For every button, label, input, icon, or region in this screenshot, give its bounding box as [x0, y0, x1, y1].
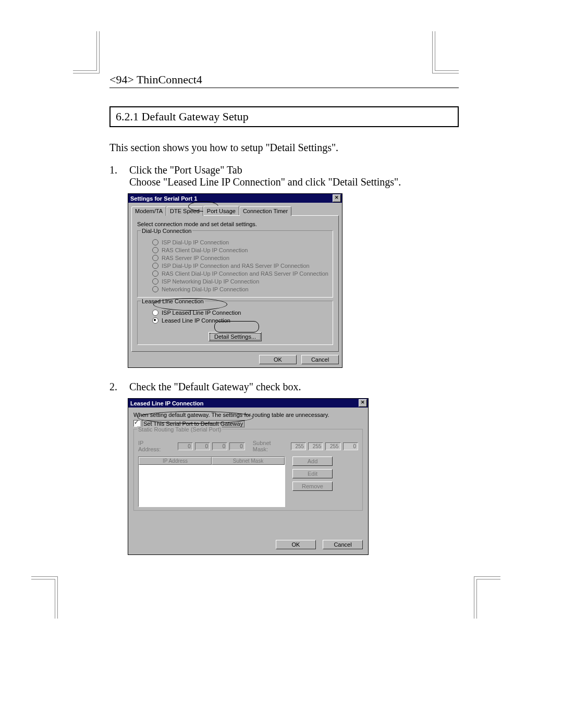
radio-icon[interactable]	[152, 286, 158, 292]
step-2-line1: Check the "Default Gateway" check box.	[129, 381, 459, 393]
radio-icon[interactable]	[152, 317, 158, 324]
radio-isp-dialup: ISP Dial-Up IP Connection	[162, 239, 229, 245]
detail-settings-button[interactable]: Detail Settings...	[209, 332, 262, 341]
tab-connection-timer[interactable]: Connection Timer	[239, 206, 291, 216]
page-header: <94> ThinConnect4	[109, 73, 459, 88]
radio-leased-line: Leased Line IP Connection	[162, 317, 230, 324]
routing-group-title: Static Routing Table (Serial Port)	[137, 426, 222, 433]
radio-icon[interactable]	[152, 247, 158, 253]
radio-networking: Networking Dial-Up IP Connection	[162, 286, 249, 292]
col-ip-address: IP Address	[139, 457, 212, 465]
ip-octet-4[interactable]: 0	[229, 442, 244, 450]
ip-address-label: IP Address:	[138, 440, 164, 452]
intro-text: This section shows you how to setup "Det…	[109, 142, 459, 154]
dialog1-title: Settings for Serial Port 1	[130, 195, 197, 202]
checkbox-label: Set This Serial Port to Default Gateway	[142, 421, 244, 427]
add-button[interactable]: Add	[292, 456, 333, 466]
radio-icon[interactable]	[152, 270, 158, 277]
ok-button[interactable]: OK	[276, 540, 316, 549]
dialog1-instruction: Select connection mode and set detail se…	[137, 221, 333, 227]
ip-octet-1[interactable]: 0	[178, 442, 193, 450]
tab-modem-ta[interactable]: Modem/TA	[131, 206, 166, 216]
radio-isp-networking: ISP Networking Dial-Up IP Connection	[162, 278, 259, 285]
step-2-number: 2.	[109, 381, 129, 393]
radio-icon[interactable]	[152, 310, 158, 316]
tab-dte-speed[interactable]: DTE Speed	[166, 206, 203, 216]
tab-port-usage[interactable]: Port Usage	[203, 206, 239, 215]
radio-icon[interactable]	[152, 263, 158, 269]
cancel-button[interactable]: Cancel	[301, 355, 339, 364]
radio-ras-server: RAS Server IP Connection	[162, 255, 229, 261]
radio-icon[interactable]	[152, 278, 158, 285]
step-1-line1: Click the "Port Usage" Tab	[129, 164, 459, 176]
leased-line-dialog: Leased Line IP Connection ✕ When setting…	[128, 398, 369, 555]
group-dialup-title: Dial-Up Connection	[141, 228, 192, 234]
dialog2-title: Leased Line IP Connection	[130, 400, 203, 406]
col-subnet-mask: Subnet Mask	[212, 457, 285, 465]
edit-button[interactable]: Edit	[292, 469, 333, 478]
mask-octet-1[interactable]: 255	[291, 442, 306, 450]
radio-isp-leased: ISP Leased Line IP Connection	[162, 310, 241, 316]
ok-button[interactable]: OK	[259, 355, 297, 364]
close-icon[interactable]: ✕	[333, 194, 341, 202]
settings-dialog: Settings for Serial Port 1 ✕ Modem/TA DT…	[128, 193, 342, 368]
group-leased-title: Leased Line Connection	[141, 298, 205, 304]
step-1-line2: Choose "Leased Line IP Connection" and c…	[129, 176, 459, 188]
ip-octet-3[interactable]: 0	[212, 442, 227, 450]
mask-octet-3[interactable]: 255	[325, 442, 340, 450]
subnet-mask-label: Subnet Mask:	[253, 440, 284, 452]
radio-ras-client-server: RAS Client Dial-Up IP Connection and RAS…	[162, 270, 328, 277]
cancel-button[interactable]: Cancel	[323, 540, 363, 549]
ip-octet-2[interactable]: 0	[195, 442, 210, 450]
radio-ras-client: RAS Client Dial-Up IP Connection	[162, 247, 248, 253]
radio-icon[interactable]	[152, 255, 158, 261]
section-title: 6.2.1 Default Gateway Setup	[109, 106, 459, 127]
radio-isp-ras: ISP Dial-Up IP Connection and RAS Server…	[162, 263, 310, 269]
radio-icon[interactable]	[152, 239, 158, 245]
mask-octet-4[interactable]: 0	[343, 442, 358, 450]
close-icon[interactable]: ✕	[359, 399, 367, 407]
dialog2-note: When setting default gateway. The settin…	[133, 412, 363, 418]
mask-octet-2[interactable]: 255	[308, 442, 323, 450]
routing-table: IP Address Subnet Mask	[138, 456, 285, 507]
remove-button[interactable]: Remove	[292, 482, 333, 491]
step-1-number: 1.	[109, 164, 129, 188]
